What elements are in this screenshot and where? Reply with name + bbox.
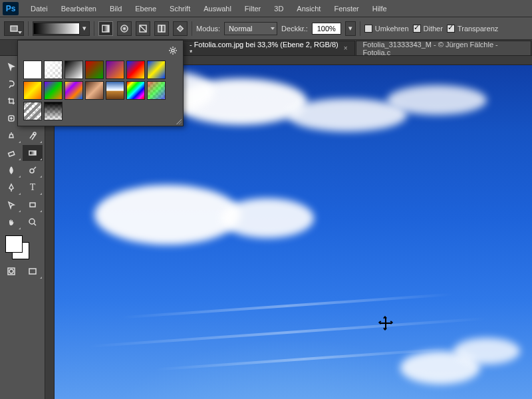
svg-rect-6 [178, 25, 183, 31]
radial-gradient-button[interactable] [117, 21, 132, 36]
pen-tool[interactable] [1, 180, 21, 196]
svg-rect-1 [102, 25, 109, 32]
gradient-swatch-violet-orange[interactable] [106, 61, 124, 79]
type-tool[interactable]: T [23, 180, 43, 196]
opacity-input[interactable]: 100% [312, 23, 341, 35]
opacity-dropdown[interactable]: ▾ [345, 21, 356, 36]
menu-window[interactable]: Fenster [327, 0, 365, 17]
app-logo: Ps [3, 2, 19, 15]
mode-select[interactable]: Normal [224, 22, 277, 35]
close-icon[interactable]: × [344, 45, 348, 52]
gradient-swatch-foreground-background[interactable] [23, 61, 42, 79]
svg-point-9 [33, 132, 36, 135]
options-bar: ▾ Modus: Normal Deckkr.: 100% ▾ Umkehren… [0, 17, 532, 40]
transparency-checkbox[interactable]: Transparenz [447, 25, 498, 33]
svg-point-2 [121, 25, 128, 32]
svg-point-16 [9, 269, 13, 273]
svg-rect-13 [30, 203, 35, 207]
blur-tool[interactable] [1, 162, 21, 178]
menu-bar: Ps Datei Bearbeiten Bild Ebene Schrift A… [0, 0, 532, 17]
gradient-preview [33, 23, 80, 35]
gradient-swatch-grid [23, 61, 178, 120]
tab-label: Fotolia_31333343_M - © Jürgen Fälchle - … [363, 41, 524, 57]
gradient-tool-icon [9, 24, 19, 33]
foreground-color-swatch[interactable] [5, 235, 23, 253]
dither-checkbox[interactable]: Dither [413, 25, 443, 33]
menu-3d[interactable]: 3D [267, 0, 290, 17]
gradient-swatch-orange-yellow-orange[interactable] [23, 81, 42, 100]
gradient-swatch-chrome[interactable] [106, 81, 124, 100]
screen-mode-toggle[interactable] [23, 263, 43, 279]
move-cursor-icon [380, 318, 391, 329]
gradient-swatch-violet-green-orange[interactable] [44, 81, 63, 100]
svg-point-18 [172, 49, 174, 52]
gradient-swatch-black-white[interactable] [65, 61, 83, 79]
menu-layer[interactable]: Ebene [128, 0, 163, 17]
gradient-swatch-transparent-stripes[interactable] [23, 102, 42, 120]
gradient-swatch-blue-red-yellow[interactable] [126, 61, 145, 79]
gradient-swatch-foreground-transparent[interactable] [44, 61, 63, 79]
gradient-picker[interactable]: ▾ [33, 21, 90, 36]
zoom-tool[interactable] [23, 214, 43, 230]
menu-type[interactable]: Schrift [163, 0, 197, 17]
menu-view[interactable]: Ansicht [290, 0, 327, 17]
eraser-tool[interactable] [1, 145, 21, 161]
quick-mask-toggle[interactable] [1, 263, 21, 279]
rectangle-tool[interactable] [23, 197, 43, 213]
document-tab[interactable]: Fotolia_31333343_M - © Jürgen Fälchle - … [356, 41, 531, 55]
menu-edit[interactable]: Bearbeiten [55, 0, 103, 17]
svg-rect-10 [9, 152, 15, 156]
gradient-swatch-transparent-rainbow[interactable] [147, 81, 166, 100]
reflected-gradient-button[interactable] [154, 21, 169, 36]
gradient-swatch-neutral-density[interactable] [44, 102, 63, 120]
menu-help[interactable]: Hilfe [366, 0, 394, 17]
gradient-swatch-spectrum[interactable] [126, 81, 145, 100]
menu-image[interactable]: Bild [103, 0, 128, 17]
dodge-tool[interactable] [23, 162, 43, 178]
gear-icon[interactable] [168, 46, 178, 57]
menu-file[interactable]: Datei [24, 0, 55, 17]
tool-preset-picker[interactable] [4, 21, 24, 36]
svg-point-14 [29, 219, 35, 224]
history-brush-tool[interactable] [23, 128, 43, 144]
tab-label: - Fotolia.com.jpg bei 33,3% (Ebene 2, RG… [190, 41, 340, 57]
opacity-label: Deckkr.: [281, 25, 308, 33]
mode-label: Modus: [196, 25, 220, 33]
svg-rect-17 [29, 269, 36, 274]
gradient-preset-picker [17, 40, 184, 126]
reverse-checkbox[interactable]: Umkehren [364, 25, 409, 33]
menu-select[interactable]: Auswahl [197, 0, 238, 17]
svg-rect-11 [29, 151, 36, 155]
clone-stamp-tool[interactable] [1, 128, 21, 144]
gradient-swatch-blue-yellow-blue[interactable] [147, 61, 166, 79]
linear-gradient-button[interactable] [98, 21, 113, 36]
gradient-swatch-red-green[interactable] [85, 61, 104, 79]
angle-gradient-button[interactable] [136, 21, 150, 36]
hand-tool[interactable] [1, 214, 21, 230]
document-tab-active[interactable]: - Fotolia.com.jpg bei 33,3% (Ebene 2, RG… [182, 41, 355, 55]
svg-point-12 [30, 169, 34, 173]
gradient-swatch-yellow-violet-orange-blue[interactable] [65, 81, 83, 100]
menu-filter[interactable]: Filter [238, 0, 267, 17]
gradient-swatch-copper[interactable] [85, 81, 104, 100]
path-selection-tool[interactable] [1, 197, 21, 213]
diamond-gradient-button[interactable] [173, 21, 188, 36]
color-swatches[interactable] [5, 235, 32, 261]
resize-grip[interactable] [176, 119, 182, 124]
svg-rect-0 [11, 26, 17, 31]
gradient-tool[interactable] [23, 145, 43, 161]
chevron-down-icon: ▾ [80, 24, 89, 33]
